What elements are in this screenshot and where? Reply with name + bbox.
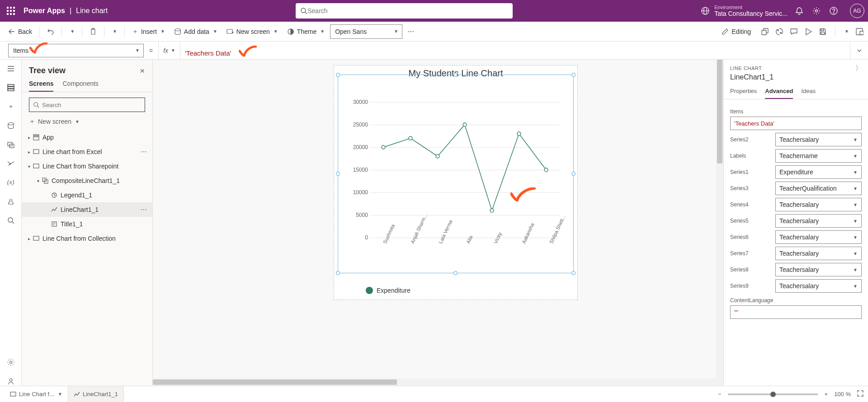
twisty-icon[interactable]: ▸	[25, 135, 33, 140]
rail-virtual-agent-icon[interactable]	[6, 377, 15, 386]
items-value[interactable]: 'Teachers Data'	[730, 117, 862, 130]
environment-picker[interactable]: EnvironmentTata Consultancy Servic...	[701, 5, 788, 17]
canvas-vscrollbar[interactable]	[716, 60, 723, 386]
tree-search[interactable]	[29, 98, 145, 112]
series-label: Series6	[730, 234, 775, 240]
save-dropdown[interactable]: ▼	[844, 29, 849, 34]
new-screen-button[interactable]: New screen▼	[223, 24, 282, 39]
fit-screen-icon[interactable]	[857, 390, 863, 398]
share-icon[interactable]	[761, 28, 769, 36]
tree-node[interactable]: ▸Line chart from Excel⋯	[22, 145, 152, 159]
tab-screens[interactable]: Screens	[29, 80, 53, 92]
node-more-icon[interactable]: ⋯	[139, 148, 149, 155]
canvas-hscrollbar[interactable]	[153, 379, 716, 386]
twisty-icon[interactable]: ▸	[25, 150, 33, 154]
checker-icon[interactable]	[775, 28, 783, 36]
series-dropdown[interactable]: TeacherQualification▼	[775, 182, 862, 195]
node-more-icon[interactable]: ⋯	[139, 206, 149, 213]
publish-icon[interactable]	[855, 28, 863, 36]
global-search[interactable]	[296, 3, 513, 19]
rail-search-icon[interactable]	[6, 216, 15, 225]
theme-button[interactable]: Theme▼	[283, 24, 328, 39]
tree-node[interactable]: Title1_1	[22, 217, 152, 231]
paste-button[interactable]	[86, 24, 100, 39]
undo-button[interactable]	[43, 24, 58, 39]
property-dropdown[interactable]: Items ▼	[8, 44, 144, 57]
notifications-icon[interactable]	[795, 6, 804, 15]
settings-icon[interactable]	[812, 6, 821, 15]
resize-handle[interactable]	[453, 73, 458, 77]
tree-node[interactable]: ▸Line Chart from Collection	[22, 231, 152, 246]
new-screen-button[interactable]: ＋ New screen ▼	[22, 115, 152, 130]
undo-dropdown[interactable]: ▼	[66, 24, 78, 39]
expand-panel-icon[interactable]: 〉	[855, 64, 862, 72]
tree-node[interactable]: ▾Line Chart from Sharepoint	[22, 159, 152, 173]
app-launcher-icon[interactable]	[4, 4, 18, 18]
tab-properties[interactable]: Properties	[730, 84, 757, 99]
resize-handle[interactable]	[336, 73, 340, 77]
node-type-icon	[33, 235, 40, 242]
y-tick-label: 10000	[347, 189, 368, 196]
zoom-slider[interactable]	[728, 393, 818, 395]
save-icon[interactable]	[819, 28, 827, 36]
font-selector[interactable]: Open Sans▼	[330, 24, 402, 39]
global-search-input[interactable]	[307, 7, 508, 14]
tab-ideas[interactable]: Ideas	[801, 84, 816, 99]
design-canvas[interactable]: My Students Line Chart 05000100001500020…	[153, 60, 723, 386]
tree-node[interactable]: LineChart1_1⋯	[22, 202, 152, 217]
rail-data-icon[interactable]	[6, 121, 15, 130]
zoom-in-icon[interactable]: +	[825, 391, 828, 397]
editing-mode-button[interactable]: Editing	[718, 24, 755, 39]
selected-control-box[interactable]: 050001000015000200002500030000SushmitaAn…	[338, 75, 574, 273]
rail-tree-icon[interactable]	[6, 83, 15, 92]
tree-node[interactable]: ▾CompositeLineChart1_1	[22, 173, 152, 188]
twisty-icon[interactable]: ▸	[25, 236, 33, 241]
zoom-out-icon[interactable]: −	[718, 391, 722, 397]
tree-node[interactable]: ▸App	[22, 130, 152, 145]
series-dropdown[interactable]: Teachersalary▼	[775, 214, 862, 228]
series-dropdown[interactable]: Teachersalary▼	[775, 279, 862, 293]
rail-media-icon[interactable]	[6, 140, 15, 149]
resize-handle[interactable]	[571, 172, 576, 176]
tab-components[interactable]: Components	[62, 80, 98, 92]
series-dropdown[interactable]: Teachersalary▼	[775, 230, 862, 244]
series-dropdown[interactable]: Teachersalary▼	[775, 133, 862, 146]
breadcrumb-control[interactable]: LineChart1_1	[68, 386, 124, 402]
overflow-button[interactable]: ⋯	[404, 24, 418, 39]
resize-handle[interactable]	[336, 271, 340, 275]
rail-tools-icon[interactable]	[6, 197, 15, 206]
resize-handle[interactable]	[571, 73, 576, 77]
help-icon[interactable]	[829, 6, 838, 15]
resize-handle[interactable]	[453, 271, 458, 275]
play-icon[interactable]	[804, 28, 812, 36]
tree-node[interactable]: Legend1_1	[22, 188, 152, 202]
twisty-icon[interactable]: ▾	[25, 164, 33, 169]
series-dropdown[interactable]: Expenditure▼	[775, 165, 862, 179]
tab-advanced[interactable]: Advanced	[765, 84, 793, 99]
rail-insert-icon[interactable]: ＋	[6, 102, 15, 111]
back-button[interactable]: Back	[5, 24, 36, 39]
tree-search-input[interactable]	[42, 102, 141, 108]
rail-settings-icon[interactable]	[6, 358, 15, 367]
series-dropdown[interactable]: Teachersalary▼	[775, 198, 862, 211]
rail-flows-icon[interactable]	[6, 159, 15, 168]
twisty-icon[interactable]: ▾	[34, 178, 42, 183]
contentlang-value[interactable]: ""	[730, 305, 862, 319]
series-dropdown[interactable]: Teachersalary▼	[775, 247, 862, 260]
close-tree-icon[interactable]: ✕	[140, 67, 145, 75]
insert-button[interactable]: ＋Insert▼	[128, 24, 169, 39]
rail-variables-icon[interactable]: (x)	[6, 178, 15, 187]
resize-handle[interactable]	[336, 172, 340, 176]
expand-formula-icon[interactable]	[850, 42, 868, 59]
add-data-button[interactable]: Add data▼	[170, 24, 221, 39]
fx-button[interactable]: fx▼	[158, 42, 180, 59]
breadcrumb-screen[interactable]: Line Chart f...▼	[5, 386, 68, 402]
paste-dropdown[interactable]: ▼	[108, 24, 121, 39]
user-avatar[interactable]: AG	[850, 4, 864, 18]
rail-hamburger-icon[interactable]	[6, 64, 15, 73]
comments-icon[interactable]	[790, 28, 798, 36]
series-dropdown[interactable]: Teachersalary▼	[775, 263, 862, 276]
formula-input[interactable]: 'Teachers Data'	[180, 44, 850, 57]
series-dropdown[interactable]: Teachername▼	[775, 149, 862, 163]
resize-handle[interactable]	[571, 271, 576, 275]
